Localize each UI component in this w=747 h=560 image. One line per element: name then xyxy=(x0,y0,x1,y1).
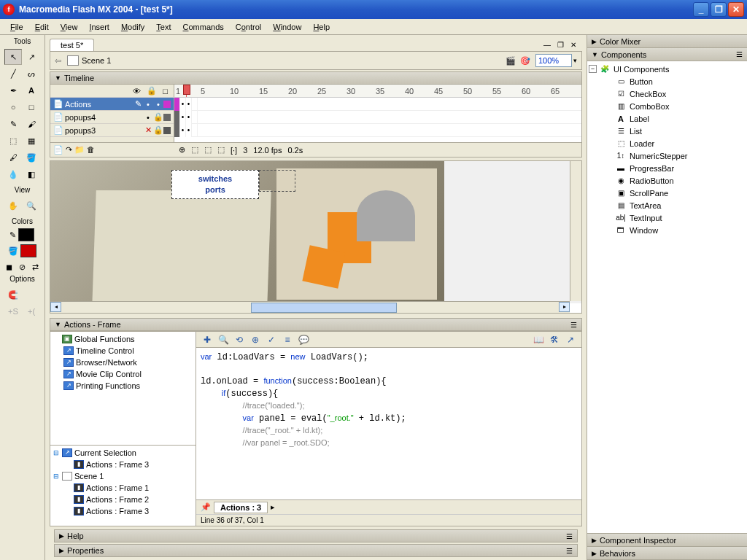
tree-current-selection[interactable]: ⊟↗Current Selection xyxy=(52,447,194,459)
switches-label-box[interactable]: switches ports xyxy=(171,170,259,199)
pen-tool[interactable]: ✒ xyxy=(4,82,22,98)
stage-scrollbar-h[interactable]: ◂ ▸ xyxy=(50,301,570,313)
scene-name[interactable]: Scene 1 xyxy=(82,56,111,65)
fill-transform-tool[interactable]: ▦ xyxy=(23,133,40,149)
comp-list[interactable]: ☰List xyxy=(589,125,746,137)
reference-icon[interactable]: 📖 xyxy=(532,333,545,346)
edit-symbol-icon[interactable]: 🎯 xyxy=(520,56,530,66)
actions-options-icon[interactable]: ☰ xyxy=(570,321,577,329)
lasso-tool[interactable]: ᔕ xyxy=(23,66,40,82)
help-panel-header[interactable]: ▶ Help ☰ xyxy=(54,529,578,542)
timeline-header[interactable]: ▼ Timeline xyxy=(50,71,582,85)
tree-movieclip-control[interactable]: ↗Movie Clip Control xyxy=(52,368,194,380)
menu-commands[interactable]: Commands xyxy=(177,21,230,33)
help-options-icon[interactable]: ☰ xyxy=(566,532,573,540)
comp-numericstepper[interactable]: 1↕NumericStepper xyxy=(589,149,746,162)
motion-guide-icon[interactable]: ↷ xyxy=(66,145,72,155)
playhead[interactable] xyxy=(183,85,190,97)
no-color[interactable]: ⊘ xyxy=(17,261,28,273)
auto-format-icon[interactable]: ≡ xyxy=(281,333,294,346)
comp-label[interactable]: ALabel xyxy=(589,112,746,125)
pin-script-icon[interactable]: 📌 xyxy=(201,502,211,512)
stroke-color[interactable] xyxy=(18,228,34,241)
insert-layer-icon[interactable]: 📄 xyxy=(53,145,63,155)
zoom-input[interactable] xyxy=(535,54,572,67)
snap-option[interactable]: 🧲 xyxy=(4,287,22,303)
layer-popups4[interactable]: 📄popups4 •🔒 xyxy=(50,111,174,124)
find-icon[interactable]: 🔍 xyxy=(217,333,230,346)
menu-edit[interactable]: Edit xyxy=(29,21,55,33)
replace-icon[interactable]: ⟲ xyxy=(233,333,246,346)
delete-layer-icon[interactable]: 🗑 xyxy=(87,145,95,155)
center-frame-icon[interactable]: ⊕ xyxy=(179,145,185,155)
maximize-button[interactable]: ❐ xyxy=(711,2,727,17)
menu-window[interactable]: Window xyxy=(267,21,307,33)
comp-combobox[interactable]: ▥ComboBox xyxy=(589,100,746,112)
frame-grid[interactable] xyxy=(174,98,581,142)
subselection-tool[interactable]: ↗ xyxy=(23,49,40,65)
menu-control[interactable]: Control xyxy=(230,21,267,33)
folder-icon[interactable]: 📁 xyxy=(74,145,85,155)
comp-button[interactable]: ▭Button xyxy=(589,75,746,88)
comp-window[interactable]: 🗔Window xyxy=(589,224,746,236)
free-transform-tool[interactable]: ⬚ xyxy=(4,133,22,149)
doc-restore[interactable]: ❐ xyxy=(554,41,566,51)
selection-tool[interactable]: ↖ xyxy=(4,49,22,65)
swap-colors[interactable]: ⇄ xyxy=(30,261,42,273)
add-script-icon[interactable]: ✚ xyxy=(201,333,214,346)
close-button[interactable]: ✕ xyxy=(728,2,744,17)
option-4[interactable]: +( xyxy=(23,303,40,319)
eyedropper-tool[interactable]: 💧 xyxy=(4,166,22,182)
comp-checkbox[interactable]: ☑CheckBox xyxy=(589,88,746,100)
ui-components-folder[interactable]: −🧩UI Components xyxy=(589,63,746,75)
frame-ruler[interactable]: 1 5 10 15 20 25 30 35 40 45 50 55 60 65 xyxy=(174,85,581,97)
tree-printing-functions[interactable]: ↗Printing Functions xyxy=(52,380,194,392)
comp-progressbar[interactable]: ▬ProgressBar xyxy=(589,162,746,174)
black-white-swap[interactable]: ◼ xyxy=(4,261,15,273)
minimize-button[interactable]: _ xyxy=(693,2,709,17)
eye-icon[interactable]: 👁 xyxy=(133,87,141,96)
tree-frame2[interactable]: ▮Actions : Frame 2 xyxy=(52,494,194,505)
code-editor[interactable]: var ld:LoadVars = new LoadVars(); ld.onL… xyxy=(196,348,581,499)
zoom-dropdown[interactable]: ▾ xyxy=(573,57,577,64)
tree-browser-network[interactable]: ↗Browser/Network xyxy=(52,357,194,368)
smooth-option[interactable] xyxy=(23,287,40,303)
menu-modify[interactable]: Modify xyxy=(115,21,150,33)
ink-bottle-tool[interactable]: 🖋 xyxy=(4,149,22,166)
menu-help[interactable]: Help xyxy=(307,21,336,33)
components-header[interactable]: ▼Components ☰ xyxy=(587,48,747,61)
outline-icon[interactable]: □ xyxy=(163,87,168,96)
doc-minimize[interactable]: — xyxy=(541,41,553,51)
tree-frame1[interactable]: ▮Actions : Frame 1 xyxy=(52,482,194,494)
comp-scrollpane[interactable]: ▣ScrollPane xyxy=(589,187,746,199)
properties-options-icon[interactable]: ☰ xyxy=(566,547,573,555)
eraser-tool[interactable]: ◧ xyxy=(23,166,40,182)
onion-skin-icon[interactable]: ⬚ xyxy=(191,145,198,155)
back-arrow[interactable]: ⇦ xyxy=(55,56,61,66)
tree-sel-frame3[interactable]: ▮Actions : Frame 3 xyxy=(52,459,194,470)
tree-global-functions[interactable]: ▣Global Functions xyxy=(52,333,194,345)
actions-header[interactable]: ▼ Actions - Frame ☰ xyxy=(50,318,582,331)
dotted-selection[interactable] xyxy=(259,170,295,192)
tab-overflow-icon[interactable]: ▸ xyxy=(271,502,275,512)
layer-actions[interactable]: 📄Actions ✎•• xyxy=(50,98,174,111)
pin-icon[interactable]: ↗ xyxy=(564,333,577,346)
onion-outline-icon[interactable]: ⬚ xyxy=(204,145,212,155)
stage-scrollbar-v[interactable] xyxy=(570,161,581,301)
text-tool[interactable]: A xyxy=(23,82,40,98)
modify-onion-icon[interactable]: [·] xyxy=(231,146,237,155)
comp-loader[interactable]: ⬚Loader xyxy=(589,137,746,149)
menu-view[interactable]: View xyxy=(55,21,84,33)
target-icon[interactable]: ⊕ xyxy=(249,333,262,346)
stage[interactable]: switches ports ◂ ▸ xyxy=(50,160,582,314)
doc-tab[interactable]: test 5* xyxy=(50,39,94,51)
oval-tool[interactable]: ○ xyxy=(4,99,22,115)
pencil-tool[interactable]: ✎ xyxy=(4,116,22,132)
tree-frame3[interactable]: ▮Actions : Frame 3 xyxy=(52,505,194,517)
components-options-icon[interactable]: ☰ xyxy=(736,50,743,58)
check-syntax-icon[interactable]: ✓ xyxy=(265,333,278,346)
comp-textinput[interactable]: ab|TextInput xyxy=(589,211,746,224)
menu-file[interactable]: File xyxy=(4,21,29,33)
edit-scene-icon[interactable]: 🎬 xyxy=(506,56,516,66)
comp-radiobutton[interactable]: ◉RadioButton xyxy=(589,174,746,187)
